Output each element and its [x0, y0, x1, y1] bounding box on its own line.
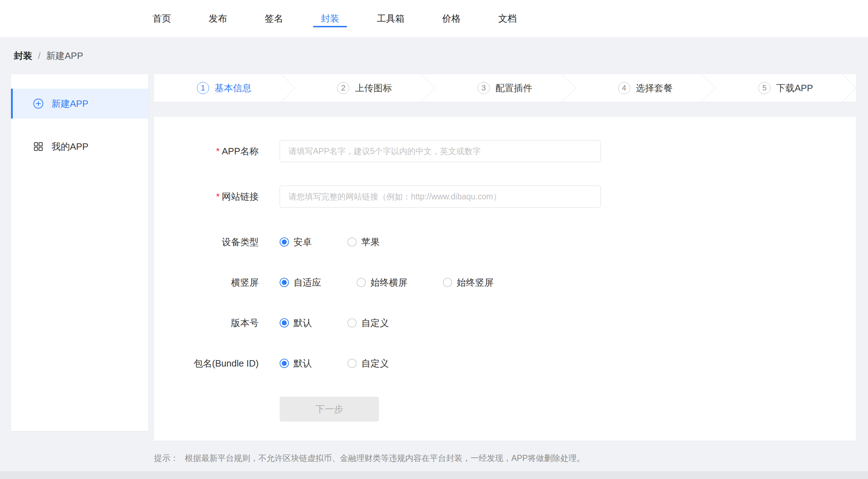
form-row-site-url: *网站链接: [154, 186, 856, 208]
step-label: 基本信息: [215, 82, 252, 94]
radio-apple[interactable]: 苹果: [347, 236, 380, 248]
app-packaging-page: 首页 发布 签名 封装 工具箱 价格 文档 封装 / 新建APP 新建APP: [0, 0, 868, 479]
field-label-text: APP名称: [222, 146, 259, 156]
form-row-device-type: 设备类型 安卓 苹果: [154, 235, 856, 249]
nav-item-publish[interactable]: 发布: [201, 0, 235, 37]
site-url-input[interactable]: [280, 186, 601, 208]
radio-unselected-icon: [357, 278, 366, 287]
plus-circle-icon: [33, 98, 44, 109]
radio-unselected-icon: [347, 359, 357, 368]
version-label: 版本号: [154, 317, 259, 329]
sidebar-item-new-app[interactable]: 新建APP: [11, 89, 148, 119]
app-name-label: *APP名称: [154, 145, 259, 158]
field-label-text: 网站链接: [222, 191, 259, 202]
required-asterisk: *: [216, 191, 220, 202]
top-nav-bar: 首页 发布 签名 封装 工具箱 价格 文档: [0, 0, 868, 38]
site-url-label: *网站链接: [154, 191, 259, 203]
radio-unselected-icon: [347, 237, 357, 247]
step-number-badge: 5: [758, 82, 770, 94]
step-label: 配置插件: [495, 82, 532, 94]
sidebar-item-label: 我的APP: [51, 141, 88, 153]
radio-android[interactable]: 安卓: [280, 236, 312, 248]
step-select-plan[interactable]: 4 选择套餐: [575, 74, 716, 102]
hint-text: 根据最新平台规则，不允许区块链虚拟币、金融理财类等违规内容在平台封装，一经发现，…: [185, 453, 585, 464]
required-asterisk: *: [216, 146, 220, 156]
version-radio-group: 默认 自定义: [280, 317, 424, 329]
breadcrumb-separator: /: [38, 50, 40, 61]
next-step-button[interactable]: 下一步: [280, 397, 379, 422]
nav-item-pricing[interactable]: 价格: [434, 0, 468, 37]
radio-unselected-icon: [347, 318, 357, 327]
steps-bar: 1 基本信息 2 上传图标 3 配置插件 4 选择套餐 5 下载APP: [154, 74, 856, 102]
app-name-input[interactable]: [280, 140, 601, 162]
form-row-version: 版本号 默认 自定义: [154, 316, 856, 330]
field-label-text: 设备类型: [222, 237, 259, 247]
field-label-text: 版本号: [231, 318, 259, 328]
nav-item-sign[interactable]: 签名: [257, 0, 291, 37]
step-label: 下载APP: [776, 82, 813, 94]
bundle-id-radio-group: 默认 自定义: [280, 357, 424, 370]
footer-strip: [0, 471, 868, 479]
step-number-badge: 2: [337, 82, 349, 94]
radio-label: 安卓: [293, 236, 312, 248]
sidebar: 新建APP 我的APP: [11, 74, 148, 431]
radio-auto-adapt[interactable]: 自适应: [280, 276, 321, 289]
bundle-id-label: 包名(Bundle ID): [154, 357, 259, 370]
step-label: 上传图标: [355, 82, 392, 94]
platform-rule-hint: 提示： 根据最新平台规则，不允许区块链虚拟币、金融理财类等违规内容在平台封装，一…: [154, 453, 856, 464]
nav-item-toolbox[interactable]: 工具箱: [369, 0, 412, 37]
step-download-app[interactable]: 5 下载APP: [715, 74, 856, 102]
orientation-radio-group: 自适应 始终横屏 始终竖屏: [280, 276, 529, 289]
radio-label: 苹果: [361, 236, 380, 248]
radio-version-default[interactable]: 默认: [280, 317, 312, 329]
form-row-orientation: 横竖屏 自适应 始终横屏 始终竖屏: [154, 275, 856, 290]
step-number-badge: 1: [197, 82, 209, 94]
radio-bundle-default[interactable]: 默认: [280, 357, 312, 370]
main-nav: 首页 发布 签名 封装 工具箱 价格 文档: [145, 0, 524, 37]
nav-item-home[interactable]: 首页: [145, 0, 179, 37]
nav-item-package[interactable]: 封装: [313, 0, 347, 37]
breadcrumb-root[interactable]: 封装: [14, 50, 32, 62]
field-label-text: 横竖屏: [231, 277, 259, 288]
radio-label: 自定义: [361, 317, 389, 329]
orientation-label: 横竖屏: [154, 276, 259, 289]
radio-label: 始终竖屏: [457, 276, 494, 289]
radio-always-portrait[interactable]: 始终竖屏: [443, 276, 494, 289]
hint-prefix: 提示：: [154, 453, 178, 464]
breadcrumb: 封装 / 新建APP: [0, 38, 868, 74]
step-number-badge: 4: [618, 82, 630, 94]
radio-label: 默认: [293, 317, 312, 329]
radio-bundle-custom[interactable]: 自定义: [347, 357, 389, 370]
step-label: 选择套餐: [636, 82, 673, 94]
radio-always-landscape[interactable]: 始终横屏: [357, 276, 407, 289]
sidebar-item-label: 新建APP: [51, 98, 88, 110]
radio-version-custom[interactable]: 自定义: [347, 317, 389, 329]
step-configure-plugin[interactable]: 3 配置插件: [435, 74, 575, 102]
radio-label: 始终横屏: [370, 276, 407, 289]
device-type-label: 设备类型: [154, 236, 259, 248]
radio-selected-icon: [280, 237, 289, 247]
grid-icon: [33, 141, 44, 152]
device-type-radio-group: 安卓 苹果: [280, 236, 415, 248]
form-row-bundle-id: 包名(Bundle ID) 默认 自定义: [154, 356, 856, 370]
radio-selected-icon: [280, 318, 289, 327]
sidebar-item-my-app[interactable]: 我的APP: [11, 132, 148, 161]
step-basic-info[interactable]: 1 基本信息: [154, 74, 295, 102]
radio-selected-icon: [280, 278, 289, 287]
form-panel: *APP名称 *网站链接 设备类型: [154, 117, 856, 441]
field-label-text: 包名(Bundle ID): [194, 358, 259, 369]
radio-label: 默认: [293, 357, 312, 370]
nav-item-docs[interactable]: 文档: [490, 0, 524, 37]
content-area: 新建APP 我的APP 1 基本信息 2 上传图标: [0, 74, 868, 464]
form-row-app-name: *APP名称: [154, 140, 856, 162]
radio-selected-icon: [280, 359, 289, 368]
step-number-badge: 3: [478, 82, 490, 94]
step-upload-icon[interactable]: 2 上传图标: [295, 74, 435, 102]
main-area: 1 基本信息 2 上传图标 3 配置插件 4 选择套餐 5 下载APP: [154, 74, 856, 464]
breadcrumb-current: 新建APP: [46, 50, 83, 62]
radio-label: 自定义: [361, 357, 389, 370]
radio-unselected-icon: [443, 278, 452, 287]
radio-label: 自适应: [293, 276, 321, 289]
